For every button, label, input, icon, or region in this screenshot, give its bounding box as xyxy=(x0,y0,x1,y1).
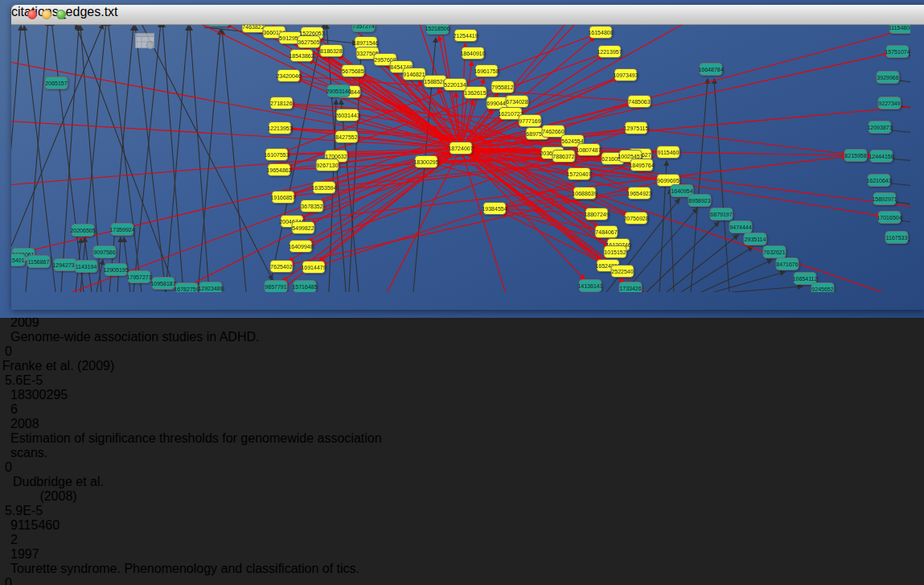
graph-node[interactable]: 19166857 xyxy=(270,192,295,204)
table-cell[interactable]: 0 xyxy=(0,576,75,585)
graph-node[interactable]: 2718126 xyxy=(270,97,293,109)
graph-node[interactable]: 16914479 xyxy=(301,262,326,274)
table-cell[interactable]: 5.6E-5 xyxy=(0,373,79,388)
graph-node[interactable]: 16409948 xyxy=(288,241,313,253)
graph-node[interactable]: 20206505 xyxy=(70,225,95,237)
graph-node[interactable]: 16961758 xyxy=(474,65,499,77)
table-cell[interactable]: Franke et al. (2009) xyxy=(0,359,117,373)
graph-node[interactable]: 12975115 xyxy=(624,122,649,134)
graph-node[interactable]: 7625402 xyxy=(270,261,293,273)
graph-node[interactable]: 9115460 xyxy=(657,146,680,159)
graph-node[interactable]: 15751074 xyxy=(885,46,910,58)
graph-node[interactable]: 1015152 xyxy=(604,246,626,258)
graph-node[interactable]: 17016504 xyxy=(877,212,901,224)
graph-node[interactable]: 12444158 xyxy=(869,150,893,163)
graph-node[interactable]: 6879197 xyxy=(710,208,733,220)
close-window-icon[interactable] xyxy=(27,10,37,19)
graph-node[interactable]: 9227349 xyxy=(878,97,901,109)
graph-node[interactable]: 10958187 xyxy=(150,278,175,290)
table-cell[interactable]: 0 xyxy=(0,344,75,359)
graph-node[interactable]: 7485063 xyxy=(628,96,651,108)
graph-edge[interactable] xyxy=(701,260,772,292)
graph-node[interactable]: 12923488 xyxy=(198,282,223,293)
graph-node[interactable]: 10688639 xyxy=(572,187,597,200)
graph-edge[interactable] xyxy=(190,26,209,292)
graph-node[interactable]: 19654923 xyxy=(626,187,651,200)
graph-node[interactable]: 9267130 xyxy=(316,159,339,171)
graph-edge[interactable] xyxy=(732,286,803,292)
graph-node[interactable]: 19654862 xyxy=(266,164,291,176)
graph-node[interactable]: 5675685 xyxy=(342,65,364,77)
graph-node[interactable]: 12093873 xyxy=(867,122,892,134)
graph-edge[interactable] xyxy=(670,189,674,292)
graph-node[interactable]: 1143194 xyxy=(75,261,97,273)
graph-node[interactable]: 15716485 xyxy=(292,281,317,293)
graph-node[interactable]: 9777169 xyxy=(519,115,541,127)
graph-node[interactable]: 8958923 xyxy=(688,195,711,207)
graph-node[interactable]: 18807249 xyxy=(584,208,609,220)
network-window-titlebar[interactable]: citations_edges.txt xyxy=(11,5,924,25)
table-row[interactable]: 1830029562008Estimation of significance … xyxy=(0,388,924,518)
graph-node[interactable]: 16648784 xyxy=(698,64,723,76)
graph-node[interactable]: 2522540 xyxy=(611,266,634,278)
graph-node[interactable]: 7886372 xyxy=(552,150,575,163)
graph-node[interactable]: 3678352 xyxy=(301,200,323,212)
graph-node[interactable]: 16782759 xyxy=(174,283,199,293)
table-cell[interactable]: 2008 xyxy=(0,417,64,431)
graph-node[interactable]: 18543862 xyxy=(289,50,314,62)
table-cell[interactable]: Estimation of significance thresholds fo… xyxy=(0,431,414,460)
graph-node[interactable]: 9857791 xyxy=(265,281,287,293)
graph-node[interactable]: 5499822 xyxy=(292,222,314,234)
graph-node[interactable]: 9474444 xyxy=(729,221,752,233)
graph-node[interactable]: 3627505 xyxy=(298,36,320,48)
graph-node[interactable]: 8427552 xyxy=(335,131,358,143)
graph-node[interactable]: 18724007 xyxy=(448,142,473,154)
graph-edge[interactable] xyxy=(166,26,188,292)
graph-edge[interactable] xyxy=(51,21,84,292)
graph-node[interactable]: 23420046 xyxy=(276,70,301,82)
graph-node[interactable]: 10973493 xyxy=(613,69,638,81)
graph-edge[interactable] xyxy=(222,30,246,292)
table-cell[interactable]: 5.9E-5 xyxy=(0,504,79,518)
graph-node[interactable]: 7462660 xyxy=(542,126,565,138)
table-cell[interactable]: Genome-wide association studies in ADHD. xyxy=(0,330,414,344)
minimize-window-icon[interactable] xyxy=(42,10,51,19)
graph-node[interactable]: 12905195 xyxy=(103,264,128,276)
graph-node[interactable]: 3915401 xyxy=(11,254,25,266)
graph-node[interactable]: 3929966 xyxy=(877,72,899,84)
graph-node[interactable]: 17957273 xyxy=(126,271,151,283)
graph-node[interactable]: 18640910 xyxy=(460,47,485,60)
table-cell[interactable]: 18300295 xyxy=(0,388,77,402)
graph-node[interactable]: 14136141 xyxy=(577,280,602,292)
graph-node[interactable]: 18495764 xyxy=(629,159,654,171)
graph-node[interactable]: 1588520 xyxy=(424,76,446,88)
table-cell[interactable]: 9115460 xyxy=(0,518,77,533)
table-cell[interactable]: 6 xyxy=(0,402,88,417)
graph-node[interactable]: 26031443 xyxy=(335,109,359,122)
graph-node[interactable]: 2935114 xyxy=(744,233,766,245)
graph-node[interactable]: 7955812 xyxy=(491,81,514,93)
graph-edge[interactable] xyxy=(714,79,729,292)
graph-edge[interactable] xyxy=(11,26,21,246)
graph-node[interactable]: 19384554 xyxy=(482,203,507,215)
graph-node[interactable]: 16210643 xyxy=(866,175,891,187)
graph-node[interactable]: 16154808 xyxy=(588,27,613,39)
graph-node[interactable]: 1362615 xyxy=(464,87,487,99)
graph-node[interactable]: 1733426 xyxy=(619,282,642,293)
graph-node[interactable]: 7484067 xyxy=(595,226,618,238)
graph-node[interactable]: 8186328 xyxy=(320,45,343,57)
graph-node[interactable]: 7632621 xyxy=(763,246,786,258)
graph-node[interactable]: 20756928 xyxy=(623,212,648,225)
graph-node[interactable]: 21254419 xyxy=(453,30,478,42)
graph-node[interactable]: 5220134 xyxy=(444,79,466,91)
table-row[interactable]: 911546021997Tourette syndrome. Phenomeno… xyxy=(0,518,924,585)
graph-edge[interactable] xyxy=(198,30,220,292)
graph-node[interactable]: 1156867 xyxy=(27,256,50,268)
graph-node[interactable]: 17359924 xyxy=(109,224,134,236)
delete-table-icon[interactable] xyxy=(134,39,160,53)
graph-node[interactable]: 15720407 xyxy=(566,168,591,180)
graph-edge[interactable] xyxy=(133,23,161,292)
graph-edge[interactable] xyxy=(61,26,79,292)
graph-node[interactable]: 18300295 xyxy=(413,156,438,168)
table-cell[interactable]: 1997 xyxy=(0,547,64,562)
